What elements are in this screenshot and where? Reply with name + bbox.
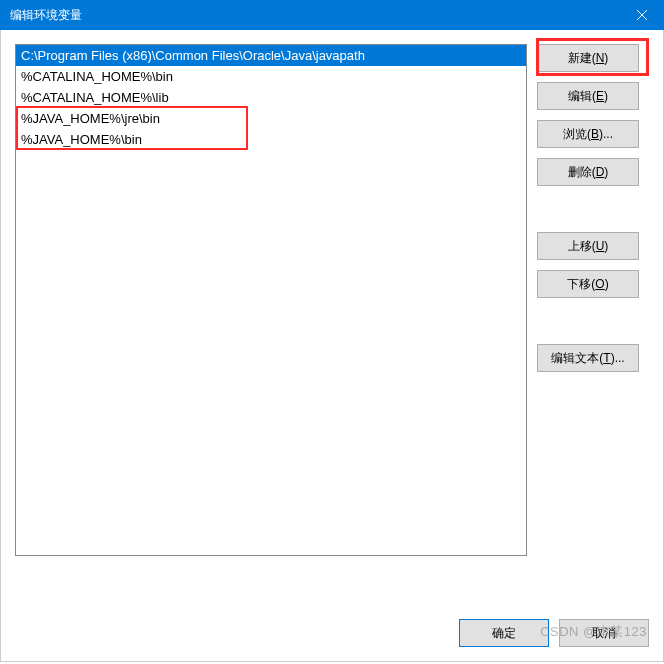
close-icon xyxy=(637,10,647,20)
move-up-button[interactable]: 上移(U) xyxy=(537,232,639,260)
browse-button[interactable]: 浏览(B)... xyxy=(537,120,639,148)
dialog-body: C:\Program Files (x86)\Common Files\Orac… xyxy=(0,30,664,662)
list-item[interactable]: %CATALINA_HOME%\bin xyxy=(16,66,526,87)
window-title: 编辑环境变量 xyxy=(10,7,82,24)
list-item[interactable]: %JAVA_HOME%\jre\bin xyxy=(16,108,526,129)
path-listbox[interactable]: C:\Program Files (x86)\Common Files\Orac… xyxy=(15,44,527,556)
move-down-button[interactable]: 下移(O) xyxy=(537,270,639,298)
edit-text-button[interactable]: 编辑文本(T)... xyxy=(537,344,639,372)
cancel-button[interactable]: 取消 xyxy=(559,619,649,647)
list-item[interactable]: %JAVA_HOME%\bin xyxy=(16,129,526,150)
ok-button[interactable]: 确定 xyxy=(459,619,549,647)
dialog-footer: 确定 取消 xyxy=(459,619,649,647)
edit-button[interactable]: 编辑(E) xyxy=(537,82,639,110)
titlebar: 编辑环境变量 xyxy=(0,0,664,30)
new-button[interactable]: 新建(N) xyxy=(537,44,639,72)
close-button[interactable] xyxy=(619,0,664,30)
list-item[interactable]: C:\Program Files (x86)\Common Files\Orac… xyxy=(16,45,526,66)
list-item[interactable]: %CATALINA_HOME%\lib xyxy=(16,87,526,108)
delete-button[interactable]: 删除(D) xyxy=(537,158,639,186)
button-column: 新建(N) 编辑(E) 浏览(B)... 删除(D) 上移(U) 下移(O) 编… xyxy=(537,44,639,556)
